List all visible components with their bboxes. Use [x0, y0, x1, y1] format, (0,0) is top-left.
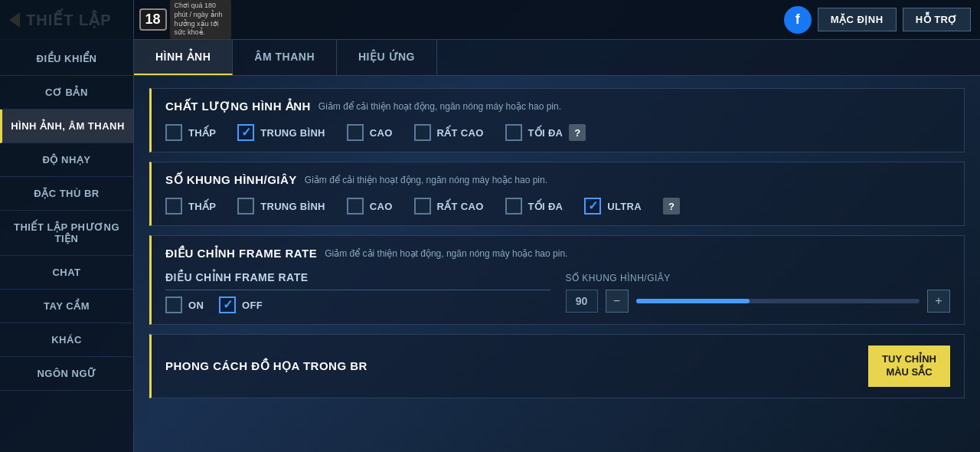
checkmark-off: ✓	[223, 299, 233, 311]
so-khung-header: SỐ KHUNG HÌNH/GIÂY Giảm để cải thiện hoạ…	[165, 173, 950, 187]
header-right: f MẶC ĐỊNH HỖ TRỢ	[784, 6, 971, 34]
label-trung-binh2: TRUNG BÌNH	[260, 201, 325, 212]
label-toi-da: TỐI ĐA	[528, 127, 564, 139]
frame-rate-section: ĐIỀU CHỈNH FRAME RATE Giảm để cải thiện …	[149, 235, 965, 325]
checkbox-cao[interactable]	[347, 124, 364, 141]
label-toi-da2: TỐI ĐA	[528, 201, 564, 212]
frame-rate-sub-title: ĐIỀU CHỈNH FRAME RATE	[165, 271, 550, 283]
checkmark-trung-binh: ✓	[241, 126, 251, 139]
frame-rate-title: ĐIỀU CHỈNH FRAME RATE	[165, 247, 317, 260]
label-thap: THẤP	[188, 127, 216, 139]
so-khung-options: THẤP TRUNG BÌNH CAO RẤT CAO TỐI ĐA	[165, 198, 950, 215]
tuy-chinh-button[interactable]: TUY CHỈNHMÀU SẮC	[868, 346, 950, 387]
header: THIẾT LẬP 18 Chơi quá 180 phút / ngày ản…	[0, 0, 980, 40]
option-rat-cao2[interactable]: RẤT CAO	[414, 198, 484, 215]
label-thap2: THẤP	[188, 201, 216, 212]
checkbox-off[interactable]: ✓	[219, 296, 236, 313]
chat-luong-title: CHẤT LƯỢNG HÌNH ẢNH	[165, 100, 311, 113]
checkbox-toi-da2[interactable]	[505, 198, 522, 215]
checkbox-thap[interactable]	[165, 124, 182, 141]
option-on[interactable]: ON	[165, 296, 204, 313]
sidebar-item-hinh-anh[interactable]: HÌNH ẢNH, ÂM THANH	[0, 110, 133, 143]
sidebar-item-chat[interactable]: CHAT	[0, 256, 133, 290]
sidebar-item-thiet-lap-phuong-tien[interactable]: THIẾT LẬP PHƯƠNG TIỆN	[0, 211, 133, 256]
help-icon-so-khung[interactable]: ?	[663, 198, 680, 215]
checkbox-trung-binh2[interactable]	[237, 198, 254, 215]
option-rat-cao[interactable]: RẤT CAO	[414, 124, 484, 141]
checkbox-on[interactable]	[165, 296, 182, 313]
so-khung-section: SỐ KHUNG HÌNH/GIÂY Giảm để cải thiện hoạ…	[149, 162, 965, 226]
checkbox-trung-binh[interactable]: ✓	[237, 124, 254, 141]
option-thap2[interactable]: THẤP	[165, 198, 216, 215]
phong-cach-section: PHONG CÁCH ĐỒ HỌA TRONG BR TUY CHỈNHMÀU …	[149, 334, 965, 398]
main-content: HÌNH ẢNH ÂM THANH HIỆU ỨNG CHẤT LƯỢNG HÌ…	[134, 40, 980, 452]
age-badge: 18 Chơi quá 180 phút / ngày ảnh hưởng xấ…	[139, 0, 231, 39]
label-off: OFF	[242, 300, 263, 311]
slider-decrease-button[interactable]: −	[606, 290, 629, 313]
label-rat-cao2: RẤT CAO	[437, 201, 484, 212]
sidebar-item-ngon-ngu[interactable]: NGÔN NGỮ	[0, 357, 133, 391]
tab-hinh-anh[interactable]: HÌNH ẢNH	[134, 40, 233, 75]
checkmark-ultra: ✓	[588, 200, 598, 212]
toggle-row: ON ✓ OFF	[165, 296, 550, 313]
sidebar-item-khac[interactable]: KHÁC	[0, 323, 133, 357]
option-toi-da[interactable]: TỐI ĐA ?	[505, 124, 586, 141]
frame-rate-header: ĐIỀU CHỈNH FRAME RATE Giảm để cải thiện …	[165, 247, 950, 260]
chat-luong-options: THẤP ✓ TRUNG BÌNH CAO RẤT CAO	[165, 124, 950, 141]
support-button[interactable]: HỖ TRỢ	[903, 8, 971, 31]
frame-rate-desc: Giảm để cải thiện hoạt động, ngăn nóng m…	[325, 248, 567, 259]
option-thap[interactable]: THẤP	[165, 124, 216, 141]
tab-am-thanh[interactable]: ÂM THANH	[233, 40, 337, 75]
slider-value: 90	[566, 290, 598, 313]
checkbox-cao2[interactable]	[347, 198, 364, 215]
label-cao: CAO	[370, 127, 393, 139]
sidebar-item-tay-cam[interactable]: TAY CẦM	[0, 290, 133, 323]
chat-luong-header: CHẤT LƯỢNG HÌNH ẢNH Giảm để cải thiện ho…	[165, 100, 950, 113]
label-rat-cao: RẤT CAO	[437, 127, 484, 139]
checkbox-thap2[interactable]	[165, 198, 182, 215]
frame-rate-row: ĐIỀU CHỈNH FRAME RATE ON ✓ OFF	[165, 271, 950, 313]
help-icon-toi-da[interactable]: ?	[569, 124, 586, 141]
frame-rate-left: ĐIỀU CHỈNH FRAME RATE ON ✓ OFF	[165, 271, 550, 313]
option-cao[interactable]: CAO	[347, 124, 393, 141]
frame-rate-right: SỐ KHUNG HÌNH/GIÂY 90 − +	[566, 273, 951, 313]
option-cao2[interactable]: CAO	[347, 198, 393, 215]
facebook-icon[interactable]: f	[784, 6, 812, 34]
option-toi-da2[interactable]: TỐI ĐA	[505, 198, 564, 215]
option-trung-binh2[interactable]: TRUNG BÌNH	[237, 198, 325, 215]
label-trung-binh: TRUNG BÌNH	[260, 127, 325, 139]
chat-luong-desc: Giảm để cải thiện hoạt động, ngăn nóng m…	[318, 101, 561, 112]
sidebar: ĐIỀU KHIỂN CƠ BẢN HÌNH ẢNH, ÂM THANH ĐỘ …	[0, 0, 134, 452]
tabs-bar: HÌNH ẢNH ÂM THANH HIỆU ỨNG	[134, 40, 980, 76]
so-khung-desc: Giảm để cải thiện hoạt động, ngăn nóng m…	[305, 175, 547, 185]
option-off[interactable]: ✓ OFF	[219, 296, 263, 313]
label-ultra: ULTRA	[607, 201, 642, 212]
checkbox-rat-cao2[interactable]	[414, 198, 431, 215]
slider-increase-button[interactable]: +	[927, 290, 950, 313]
slider-label: SỐ KHUNG HÌNH/GIÂY	[566, 273, 951, 283]
slider-fill	[636, 299, 750, 303]
age-text: Chơi quá 180 phút / ngày ảnh hưởng xấu t…	[170, 0, 231, 39]
option-trung-binh[interactable]: ✓ TRUNG BÌNH	[237, 124, 325, 141]
chat-luong-section: CHẤT LƯỢNG HÌNH ẢNH Giảm để cải thiện ho…	[149, 88, 965, 152]
sidebar-item-do-nhay[interactable]: ĐỘ NHẠY	[0, 143, 133, 177]
checkbox-toi-da[interactable]	[505, 124, 522, 141]
content-area: CHẤT LƯỢNG HÌNH ẢNH Giảm để cải thiện ho…	[134, 76, 980, 450]
checkbox-rat-cao[interactable]	[414, 124, 431, 141]
tab-hieu-ung[interactable]: HIỆU ỨNG	[337, 40, 437, 75]
sidebar-item-dac-thu-br[interactable]: ĐẶC THÙ BR	[0, 177, 133, 211]
phong-cach-title: PHONG CÁCH ĐỒ HỌA TRONG BR	[165, 359, 368, 373]
option-ultra[interactable]: ✓ ULTRA	[584, 198, 642, 215]
sidebar-item-co-ban[interactable]: CƠ BẢN	[0, 76, 133, 110]
frame-rate-divider	[165, 290, 550, 290]
label-cao2: CAO	[370, 201, 393, 212]
so-khung-title: SỐ KHUNG HÌNH/GIÂY	[165, 173, 297, 187]
default-button[interactable]: MẶC ĐỊNH	[818, 8, 897, 31]
sidebar-item-dieu-khien[interactable]: ĐIỀU KHIỂN	[0, 42, 133, 76]
checkbox-ultra[interactable]: ✓	[584, 198, 601, 215]
slider-track[interactable]	[636, 299, 920, 303]
age-number: 18	[139, 8, 167, 31]
slider-row: 90 − +	[566, 290, 951, 313]
label-on: ON	[188, 300, 204, 311]
